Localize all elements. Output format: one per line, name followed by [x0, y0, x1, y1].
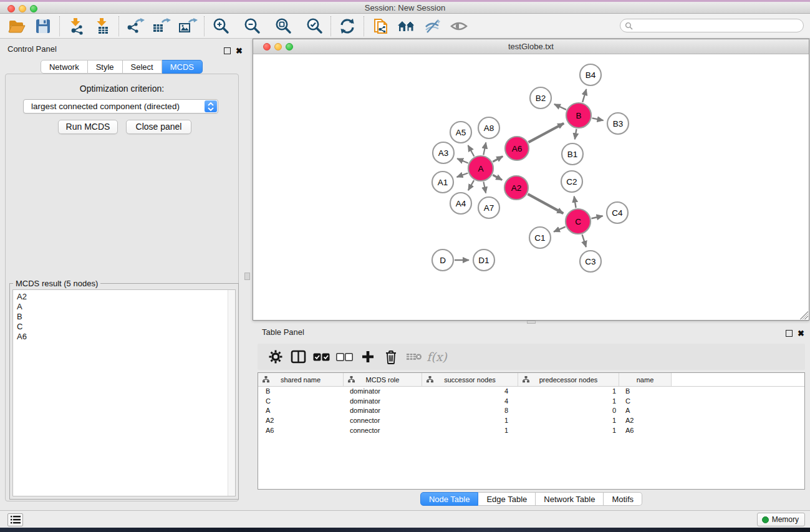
run-mcds-button[interactable]: Run MCDS [58, 120, 118, 134]
edge-C-C1[interactable] [554, 227, 566, 232]
mcds-result-item[interactable]: A6 [13, 332, 235, 342]
import-table-icon[interactable] [92, 17, 113, 36]
edge-C-C2[interactable] [574, 196, 576, 208]
cell[interactable]: A6 [619, 426, 672, 436]
cell[interactable]: dominator [344, 387, 422, 397]
refresh-icon[interactable] [337, 17, 358, 36]
delete-table-icon[interactable] [402, 347, 425, 366]
cell[interactable]: A2 [619, 416, 672, 426]
edge-B-B3[interactable] [592, 118, 604, 120]
node-C2[interactable]: C2 [561, 171, 582, 192]
node-A7[interactable]: A7 [478, 197, 499, 218]
delete-column-icon[interactable] [379, 347, 402, 366]
node-A5[interactable]: A5 [450, 122, 471, 143]
float-table-panel-icon[interactable] [786, 328, 793, 339]
cell[interactable]: B [258, 387, 344, 397]
cell[interactable]: B [619, 387, 672, 397]
node-C1[interactable]: C1 [529, 227, 551, 248]
close-table-panel-icon[interactable]: ✖ [798, 327, 804, 339]
select-all-icon[interactable] [310, 347, 333, 366]
cell[interactable]: 1 [422, 426, 518, 436]
node-C4[interactable]: C4 [607, 202, 628, 223]
edge-B-B1[interactable] [575, 129, 577, 140]
edge-A-A2[interactable] [493, 175, 502, 180]
cell[interactable]: 1 [518, 387, 619, 397]
cell[interactable]: A [258, 406, 344, 416]
tab-motifs[interactable]: Motifs [604, 492, 642, 506]
column-header-shared-name[interactable]: shared name [258, 373, 344, 386]
node-B2[interactable]: B2 [530, 87, 551, 109]
node-A4[interactable]: A4 [450, 193, 471, 214]
edge-B-B4[interactable] [582, 89, 586, 102]
edge-B-B2[interactable] [554, 104, 566, 110]
task-history-button[interactable] [7, 513, 23, 526]
zoom-in-icon[interactable] [210, 17, 231, 36]
save-session-icon[interactable] [32, 17, 54, 36]
edge-A6-B[interactable] [529, 123, 564, 142]
settings-gear-icon[interactable] [264, 347, 287, 366]
tab-node-table[interactable]: Node Table [420, 492, 479, 506]
edge-A-A5[interactable] [468, 145, 475, 157]
cell[interactable]: 1 [518, 397, 619, 407]
node-A3[interactable]: A3 [433, 142, 454, 163]
network-window-titlebar[interactable]: testGlobe.txt [253, 39, 809, 54]
node-C3[interactable]: C3 [580, 251, 601, 272]
table-row[interactable]: Cdominator41C [258, 397, 804, 407]
open-session-icon[interactable] [6, 17, 27, 36]
tab-style[interactable]: Style [88, 60, 123, 74]
duplicate-network-icon[interactable] [370, 17, 391, 36]
tab-edge-table[interactable]: Edge Table [478, 492, 536, 506]
cell[interactable]: 4 [422, 387, 518, 397]
node-D[interactable]: D [432, 249, 453, 271]
node-D1[interactable]: D1 [473, 249, 494, 271]
cell[interactable]: C [258, 397, 344, 407]
deselect-all-icon[interactable] [333, 347, 356, 366]
cell[interactable]: 1 [422, 416, 518, 426]
network-graph[interactable]: B4B2BB3B1A5A8A6A3AA1C2A4A7A2C4CC1C3DD1 [253, 54, 809, 320]
search-field[interactable] [620, 19, 804, 32]
float-panel-icon[interactable] [224, 46, 231, 57]
close-panel-icon[interactable]: ✖ [236, 45, 243, 56]
node-B[interactable]: B [566, 103, 591, 128]
scrollbar-track[interactable] [228, 290, 235, 496]
column-view-icon[interactable] [287, 347, 310, 366]
cell[interactable]: dominator [344, 397, 422, 407]
mcds-result-item[interactable]: A2 [13, 292, 235, 302]
cell[interactable]: dominator [344, 406, 422, 416]
column-header-predecessor-nodes[interactable]: predecessor nodes [518, 373, 619, 386]
table-row[interactable]: Adominator80A [258, 406, 804, 416]
tab-select[interactable]: Select [123, 60, 162, 74]
cell[interactable]: 0 [518, 406, 619, 416]
export-table-icon[interactable] [151, 17, 172, 36]
edge-A-A1[interactable] [457, 173, 468, 177]
node-A6[interactable]: A6 [505, 137, 529, 160]
node-A[interactable]: A [468, 156, 493, 181]
cell[interactable]: 8 [422, 406, 518, 416]
node-B3[interactable]: B3 [607, 113, 629, 134]
column-header-name[interactable]: name [619, 373, 672, 386]
zoom-out-icon[interactable] [241, 17, 263, 36]
add-column-icon[interactable] [356, 347, 379, 366]
node-B4[interactable]: B4 [580, 64, 601, 85]
resize-gripper[interactable] [800, 311, 808, 319]
memory-button[interactable]: Memory [757, 513, 805, 526]
table-row[interactable]: A6connector11A6 [258, 426, 804, 436]
tab-network-table[interactable]: Network Table [536, 492, 604, 506]
zoom-fit-icon[interactable] [272, 17, 294, 36]
node-A8[interactable]: A8 [478, 117, 499, 138]
node-A2[interactable]: A2 [504, 176, 528, 200]
function-builder-icon[interactable]: f(x) [425, 347, 448, 366]
edge-A-A3[interactable] [457, 158, 468, 163]
cell[interactable]: connector [344, 416, 422, 426]
cell[interactable]: 1 [518, 416, 619, 426]
close-panel-button[interactable]: Close panel [126, 120, 191, 134]
cell[interactable]: 1 [518, 426, 619, 436]
table-row[interactable]: Bdominator41B [258, 387, 804, 397]
cell[interactable]: A [619, 406, 672, 416]
mcds-result-item[interactable]: A [13, 302, 235, 312]
show-details-eye-icon[interactable] [448, 17, 470, 36]
table-row[interactable]: A2connector11A2 [258, 416, 804, 426]
cell[interactable]: A6 [258, 426, 344, 436]
zoom-selected-icon[interactable] [304, 17, 325, 36]
cell[interactable]: connector [344, 426, 422, 436]
